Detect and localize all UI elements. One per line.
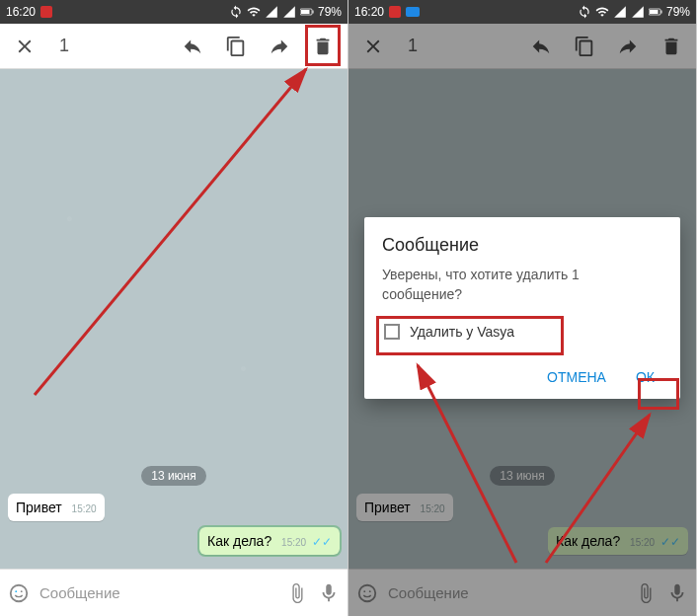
message-text: Привет xyxy=(16,500,62,515)
message-outgoing[interactable]: Как дела? 15:20 ✓✓ xyxy=(199,527,340,555)
attach-icon[interactable] xyxy=(286,582,308,604)
status-time: 16:20 xyxy=(354,5,384,19)
notification-badge-icon xyxy=(406,7,420,17)
svg-rect-2 xyxy=(312,11,313,14)
signal-icon-2 xyxy=(282,5,296,19)
sticker-icon[interactable] xyxy=(8,582,30,604)
dialog-title: Сообщение xyxy=(382,235,662,256)
delete-button[interactable] xyxy=(308,32,338,61)
message-time: 15:20 xyxy=(72,503,97,514)
battery-icon xyxy=(649,5,662,19)
close-button[interactable] xyxy=(10,32,39,61)
dialog-body: Уверены, что хотите удалить 1 сообщение? xyxy=(382,266,662,304)
sync-icon xyxy=(578,5,591,19)
close-icon xyxy=(14,36,36,57)
selection-toolbar: 1 xyxy=(0,24,348,69)
trash-icon xyxy=(312,36,334,57)
phone-right: 16:20 79% 1 13 июня Привет 15:20 Как д xyxy=(348,0,697,616)
signal-icon-2 xyxy=(631,5,645,19)
message-input[interactable]: Сообщение xyxy=(39,584,276,601)
message-incoming[interactable]: Привет 15:20 xyxy=(8,494,105,521)
read-ticks-icon: ✓✓ xyxy=(312,535,332,549)
chat-area[interactable]: 13 июня Привет 15:20 Как дела? 15:20 ✓✓ xyxy=(0,69,348,569)
ok-button[interactable]: ОК xyxy=(628,363,662,391)
svg-rect-9 xyxy=(660,11,661,14)
notification-badge-icon xyxy=(389,6,401,18)
svg-point-4 xyxy=(15,590,17,592)
checkbox-label: Удалить у Vasya xyxy=(410,324,514,340)
battery-percent: 79% xyxy=(666,5,690,19)
svg-rect-1 xyxy=(301,10,310,14)
forward-icon xyxy=(269,36,290,57)
reply-button[interactable] xyxy=(178,32,207,61)
status-bar: 16:20 79% xyxy=(348,0,696,24)
copy-button[interactable] xyxy=(221,32,251,61)
wifi-icon xyxy=(247,5,261,19)
message-input-bar: Сообщение xyxy=(0,569,348,616)
phone-left: 16:20 79% 1 13 июня xyxy=(0,0,348,616)
cancel-button[interactable]: ОТМЕНА xyxy=(539,363,614,391)
status-time: 16:20 xyxy=(6,5,36,19)
message-time: 15:20 xyxy=(281,537,306,548)
copy-icon xyxy=(225,36,247,57)
delete-for-both-checkbox[interactable]: Удалить у Vasya xyxy=(382,318,662,346)
svg-point-3 xyxy=(11,584,28,601)
status-bar: 16:20 79% xyxy=(0,0,348,24)
battery-icon xyxy=(300,5,314,19)
selection-count: 1 xyxy=(59,36,69,56)
signal-icon xyxy=(265,5,278,19)
checkbox-icon xyxy=(384,324,400,340)
wifi-icon xyxy=(595,5,609,19)
reply-icon xyxy=(182,36,203,57)
date-separator: 13 июня xyxy=(141,466,206,486)
notification-badge-icon xyxy=(40,6,52,18)
signal-icon xyxy=(613,5,627,19)
mic-icon[interactable] xyxy=(318,582,340,604)
svg-rect-8 xyxy=(650,10,658,14)
svg-point-5 xyxy=(21,590,23,592)
delete-dialog: Сообщение Уверены, что хотите удалить 1 … xyxy=(364,217,680,399)
forward-button[interactable] xyxy=(265,32,294,61)
message-text: Как дела? xyxy=(207,533,271,549)
sync-icon xyxy=(229,5,243,19)
battery-percent: 79% xyxy=(318,5,342,19)
